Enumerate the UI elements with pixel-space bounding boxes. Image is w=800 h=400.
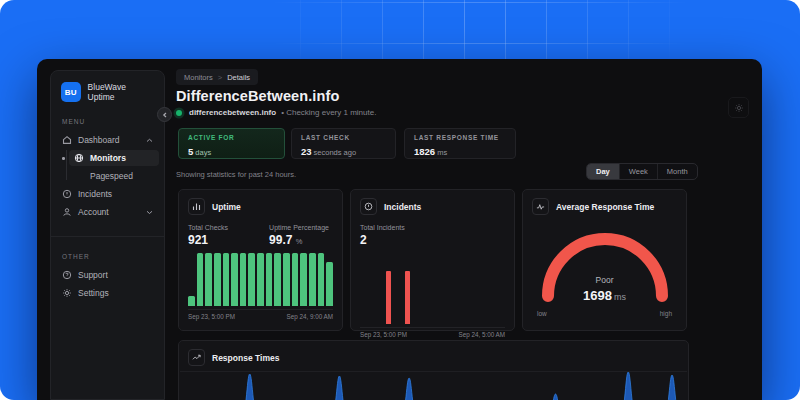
stat-value: 1826 (414, 146, 435, 157)
incident-bar (405, 271, 410, 324)
gauge-value: 1698 (583, 288, 612, 303)
bar-chart-icon (188, 198, 205, 215)
speedometer-icon (74, 171, 84, 181)
uptime-bar (240, 253, 247, 306)
uptime-percentage-value: 99.7 % (269, 233, 329, 247)
gauge-low-label: low (537, 310, 547, 317)
app-logo-row: BU BlueWave Uptime (51, 71, 164, 102)
alert-circle-icon (360, 198, 377, 215)
stats-range-note: Showing statistics for past 24 hours. (176, 170, 296, 179)
stat-card-active-for: ACTIVE FOR 5days (178, 128, 285, 159)
gauge-card-header: Average Response Time (532, 198, 677, 215)
period-day-button[interactable]: Day (587, 164, 620, 179)
activity-icon (532, 198, 549, 215)
breadcrumb: Monitors > Details (176, 69, 258, 85)
sidebar-item-settings[interactable]: Settings (56, 285, 159, 301)
uptime-card-header: Uptime (188, 198, 333, 215)
sidebar-item-incidents[interactable]: Incidents (56, 186, 159, 202)
uptime-bar (248, 253, 255, 306)
check-frequency: • Checking every 1 minute. (281, 108, 376, 117)
incidents-x-axis: Sep 23, 5:00 PM Sep 24, 5:00 AM (360, 327, 505, 338)
uptime-bar (205, 253, 212, 306)
sidebar-item-account[interactable]: Account (56, 204, 159, 220)
incident-bar (386, 271, 391, 324)
sidebar-item-pagespeed[interactable]: Pagespeed (69, 168, 159, 184)
chevron-down-icon (146, 210, 153, 215)
sidebar-item-label: Incidents (78, 189, 112, 199)
dashboard-submenu: Monitors Pagespeed (65, 150, 164, 184)
response-times-card: Response Times (178, 340, 689, 400)
chevron-left-icon (162, 112, 168, 118)
sidebar-item-support[interactable]: Support (56, 267, 159, 283)
status-up-dot (176, 110, 182, 116)
stat-value: 5 (188, 146, 193, 157)
user-icon (62, 207, 72, 217)
sidebar-other-label: OTHER (51, 237, 164, 265)
sidebar-collapse-button[interactable] (157, 107, 172, 122)
gear-icon (734, 103, 744, 113)
trend-line-icon (188, 349, 205, 366)
alert-circle-icon (62, 189, 72, 199)
monitor-configure-button[interactable] (728, 97, 749, 118)
response-times-area-chart (180, 371, 687, 400)
total-checks-label: Total Checks (188, 224, 228, 231)
gauge-high-label: high (660, 310, 672, 317)
sidebar-item-label: Support (78, 270, 108, 280)
sidebar-item-label: Pagespeed (90, 171, 133, 181)
uptime-card: Uptime Total Checks 921 Uptime Percentag… (178, 189, 343, 331)
stat-suffix: ms (437, 148, 447, 157)
stat-label: ACTIVE FOR (188, 134, 275, 141)
sidebar-item-dashboard[interactable]: Dashboard (56, 132, 159, 148)
sidebar-other-section: OTHER Support Settings (51, 236, 164, 301)
response-time-gauge: Poor 1698ms low high (532, 229, 677, 317)
sidebar-item-monitors[interactable]: Monitors (69, 150, 159, 166)
stat-label: LAST RESPONSE TIME (414, 134, 506, 141)
stat-card-last-response-time: LAST RESPONSE TIME 1826ms (404, 128, 516, 159)
gauge-unit: ms (614, 292, 626, 302)
period-month-button[interactable]: Month (658, 164, 697, 179)
sidebar-item-label: Settings (78, 288, 109, 298)
stat-label: LAST CHECK (301, 134, 386, 141)
globe-icon (74, 153, 84, 163)
total-incidents-label: Total Incidents (360, 224, 405, 231)
response-card-header: Response Times (188, 349, 679, 366)
uptime-bar (214, 253, 221, 306)
chevron-up-icon (146, 138, 153, 143)
breadcrumb-monitors-link[interactable]: Monitors (184, 73, 213, 82)
uptime-bar (283, 253, 290, 306)
stat-suffix: days (195, 148, 211, 157)
incidents-stats: Total Incidents 2 (360, 224, 505, 247)
axis-start-label: Sep 23, 5:00 PM (188, 313, 235, 320)
percent-suffix: % (296, 237, 303, 246)
uptime-bar (197, 253, 204, 306)
uptime-bar (300, 253, 307, 306)
sidebar-item-label: Account (78, 207, 109, 217)
gauge-status-text: Poor (532, 275, 677, 285)
uptime-bar (188, 296, 195, 306)
incidents-bar-chart (360, 271, 505, 324)
uptime-bar (326, 262, 333, 306)
average-response-time-card: Average Response Time Poor 1698ms low hi… (522, 189, 687, 331)
total-checks-value: 921 (188, 233, 228, 247)
response-card-title: Response Times (212, 353, 279, 363)
period-segmented-control: Day Week Month (586, 163, 698, 180)
uptime-card-title: Uptime (212, 202, 241, 212)
uptime-x-axis: Sep 23, 5:00 PM Sep 24, 9:00 AM (188, 309, 333, 320)
uptime-bar (309, 253, 316, 306)
total-incidents-value: 2 (360, 233, 405, 247)
breadcrumb-details: Details (227, 73, 250, 82)
monitor-status-line: differencebetween.info • Checking every … (176, 108, 376, 117)
sidebar-menu-label: MENU (51, 102, 164, 130)
period-week-button[interactable]: Week (620, 164, 658, 179)
uptime-bar (266, 253, 273, 306)
axis-end-label: Sep 24, 9:00 AM (286, 313, 333, 320)
sidebar: BU BlueWave Uptime MENU Dashboard Monito… (50, 70, 165, 400)
app-logo: BU (61, 82, 81, 102)
stat-value: 23 (301, 146, 312, 157)
axis-end-label: Sep 24, 5:00 AM (458, 331, 505, 338)
help-circle-icon (62, 270, 72, 280)
uptime-bar (274, 253, 281, 306)
active-item-dot (62, 157, 65, 160)
home-icon (62, 135, 72, 145)
incidents-card: Incidents Total Incidents 2 Sep 23, 5:00… (350, 189, 515, 331)
